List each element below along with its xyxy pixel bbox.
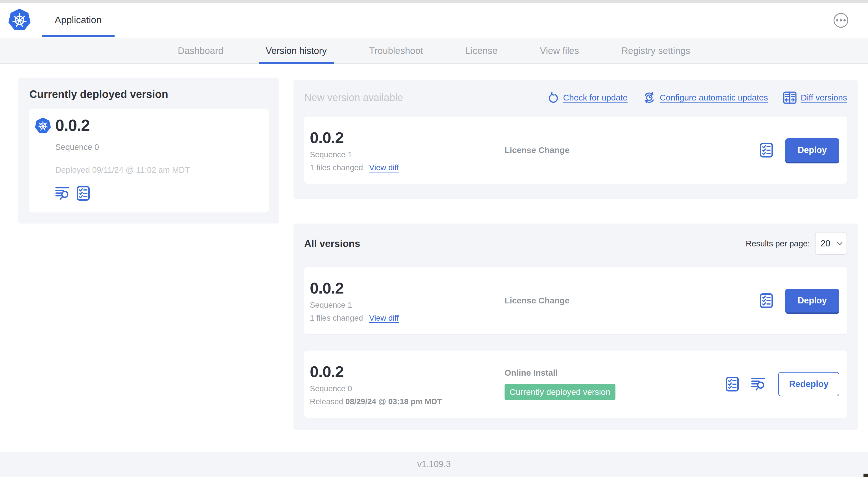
- configure-automatic-updates-link[interactable]: Configure automatic updates: [643, 91, 768, 104]
- results-per-page-select[interactable]: 20: [815, 233, 847, 255]
- version-number: 0.0.2: [310, 279, 490, 297]
- deploy-button[interactable]: Deploy: [785, 289, 839, 312]
- diff-columns-icon: [783, 91, 797, 104]
- currently-deployed-badge: Currently deployed version: [504, 384, 615, 400]
- deployed-version-number: 0.0.2: [55, 116, 90, 135]
- kubernetes-logo-icon: [35, 117, 51, 133]
- tab-view-files[interactable]: View files: [533, 38, 586, 63]
- version-sequence: Sequence 0: [310, 384, 490, 393]
- version-source: License Change: [504, 296, 760, 305]
- app-title: Application: [55, 14, 101, 25]
- chevron-down-icon: [837, 242, 843, 245]
- deployed-sequence: Sequence 0: [55, 143, 260, 152]
- new-version-card: 0.0.2 Sequence 1 1 files changed View di…: [304, 117, 847, 184]
- app-header: Application: [0, 3, 868, 37]
- tab-version-history[interactable]: Version history: [259, 38, 334, 63]
- diff-versions-link[interactable]: Diff versions: [783, 91, 847, 104]
- checklist-icon[interactable]: [760, 143, 773, 157]
- files-changed: 1 files changed: [310, 314, 363, 323]
- kots-admin-console: Application Dashboard Version history Tr…: [0, 0, 868, 477]
- ellipsis-icon: [836, 19, 838, 22]
- version-row: 0.0.2 Sequence 0 Released 08/29/24 @ 03:…: [304, 351, 847, 418]
- currently-deployed-panel: Currently deployed version 0.0.2 Sequenc…: [18, 78, 279, 223]
- version-source: License Change: [504, 145, 760, 155]
- refresh-icon: [548, 92, 559, 103]
- main-content: Currently deployed version 0.0.2 Sequenc…: [0, 65, 868, 452]
- view-diff-link[interactable]: View diff: [369, 314, 399, 323]
- screen-corner-artifact: [864, 474, 868, 477]
- version-source: Online Install: [504, 368, 726, 378]
- version-number: 0.0.2: [310, 128, 490, 147]
- redeploy-button[interactable]: Redeploy: [778, 372, 839, 396]
- all-versions-title: All versions: [304, 238, 360, 249]
- more-options-button[interactable]: [834, 13, 848, 28]
- version-number: 0.0.2: [310, 362, 490, 381]
- view-diff-link[interactable]: View diff: [369, 163, 399, 172]
- view-logs-icon[interactable]: [55, 186, 70, 200]
- deployed-timestamp: Deployed 09/11/24 @ 11:02 am MDT: [55, 166, 260, 175]
- version-sequence: Sequence 1: [310, 301, 490, 309]
- files-changed: 1 files changed: [310, 163, 363, 172]
- new-version-title: New version available: [304, 92, 403, 103]
- new-version-panel: New version available Check for update C…: [293, 80, 858, 199]
- tab-license[interactable]: License: [458, 38, 504, 63]
- app-nav-tab[interactable]: Application: [42, 3, 115, 37]
- kubernetes-logo-icon: [8, 8, 30, 31]
- currently-deployed-title: Currently deployed version: [29, 88, 268, 100]
- checklist-icon[interactable]: [77, 186, 90, 201]
- version-sequence: Sequence 1: [310, 150, 490, 159]
- clock-sync-icon: [643, 91, 656, 104]
- checklist-icon[interactable]: [760, 293, 773, 308]
- top-strip: [0, 0, 868, 3]
- view-logs-icon[interactable]: [751, 377, 766, 391]
- tab-dashboard[interactable]: Dashboard: [171, 38, 230, 63]
- console-version: v1.109.3: [417, 459, 451, 469]
- check-for-update-link[interactable]: Check for update: [548, 92, 627, 103]
- checklist-icon[interactable]: [726, 377, 739, 391]
- secondary-nav: Dashboard Version history Troubleshoot L…: [0, 38, 868, 64]
- all-versions-panel: All versions Results per page: 20 0.0.2 …: [293, 223, 858, 430]
- version-row: 0.0.2 Sequence 1 1 files changed View di…: [304, 267, 847, 334]
- released-timestamp: Released 08/29/24 @ 03:18 pm MDT: [310, 397, 490, 406]
- results-per-page-label: Results per page:: [746, 239, 810, 248]
- footer: v1.109.3: [0, 452, 868, 477]
- tab-registry-settings[interactable]: Registry settings: [614, 38, 697, 63]
- deploy-button[interactable]: Deploy: [785, 138, 839, 162]
- tab-troubleshoot[interactable]: Troubleshoot: [362, 38, 430, 63]
- currently-deployed-card: 0.0.2 Sequence 0 Deployed 09/11/24 @ 11:…: [29, 109, 269, 212]
